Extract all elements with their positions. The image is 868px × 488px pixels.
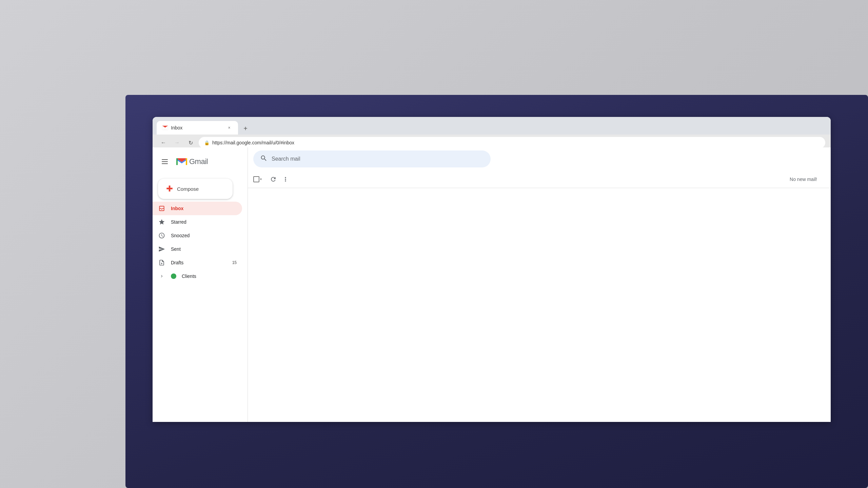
new-tab-button[interactable]: + <box>239 122 252 135</box>
compose-label: Compose <box>177 186 199 192</box>
starred-label: Starred <box>171 219 186 225</box>
tab-title: Inbox <box>171 125 223 130</box>
tab-favicon <box>162 125 168 131</box>
clients-expand-icon <box>158 272 165 280</box>
active-tab[interactable]: Inbox × <box>157 121 238 135</box>
back-button[interactable]: ← <box>158 137 169 148</box>
hamburger-icon <box>162 159 168 164</box>
gmail-logo: Gmail <box>176 157 208 166</box>
tab-close-button[interactable]: × <box>226 124 233 131</box>
compose-plus-icon: ✚ <box>166 184 173 194</box>
compose-area: ✚ Compose <box>153 173 248 202</box>
clock-icon <box>158 232 165 239</box>
refresh-mail-button[interactable] <box>267 173 279 185</box>
forward-button[interactable]: → <box>172 137 182 148</box>
inbox-content-area <box>248 188 831 422</box>
star-icon <box>158 218 165 226</box>
drafts-label: Drafts <box>171 260 183 265</box>
gmail-app: Gmail ✚ Compose <box>153 147 831 422</box>
refresh-button[interactable]: ↻ <box>185 137 196 148</box>
inbox-label: Inbox <box>171 206 183 211</box>
gmail-sidebar: Gmail ✚ Compose <box>153 147 248 422</box>
select-all-checkbox[interactable] <box>253 176 259 182</box>
no-new-mail-text: No new mail! <box>790 177 825 182</box>
gmail-header: Gmail <box>153 150 248 173</box>
inbox-icon <box>158 205 165 212</box>
sidebar-item-clients[interactable]: Clients <box>153 269 242 283</box>
gmail-text: Gmail <box>189 157 208 166</box>
gmail-toolbar: ▾ No new mail! <box>248 170 831 188</box>
sidebar-item-sent[interactable]: Sent <box>153 242 242 256</box>
url-text: https://mail.google.com/mail/u/0/#inbox <box>212 140 294 145</box>
main-header: Search mail <box>248 147 831 170</box>
gmail-m-icon <box>176 157 188 166</box>
browser-window: Inbox × + ← → ↻ 🔒 https://mail.google <box>153 117 831 422</box>
browser-chrome: Inbox × + ← → ↻ 🔒 https://mail.google <box>153 117 831 147</box>
hamburger-menu-button[interactable] <box>158 155 172 168</box>
svg-rect-1 <box>176 158 178 165</box>
select-chevron-icon[interactable]: ▾ <box>260 177 262 181</box>
tab-bar: Inbox × + <box>153 117 831 135</box>
search-box[interactable]: Search mail <box>253 150 491 167</box>
drafts-badge: 15 <box>232 260 237 265</box>
lock-icon: 🔒 <box>204 140 210 145</box>
snoozed-label: Snoozed <box>171 233 190 238</box>
search-placeholder-text: Search mail <box>272 156 300 162</box>
more-options-button[interactable] <box>279 173 292 185</box>
sidebar-item-starred[interactable]: Starred <box>153 215 242 229</box>
sidebar-nav: Inbox Starred <box>153 202 248 283</box>
send-icon <box>158 245 165 253</box>
desktop: Inbox × + ← → ↻ 🔒 https://mail.google <box>0 0 868 488</box>
draft-icon <box>158 259 165 266</box>
sidebar-item-drafts[interactable]: Drafts 15 <box>153 256 242 269</box>
address-bar[interactable]: 🔒 https://mail.google.com/mail/u/0/#inbo… <box>199 137 825 148</box>
sent-label: Sent <box>171 246 181 252</box>
clients-label: Clients <box>182 273 196 279</box>
select-checkbox-group[interactable]: ▾ <box>253 176 262 182</box>
svg-rect-2 <box>186 158 187 165</box>
sidebar-item-snoozed[interactable]: Snoozed <box>153 229 242 242</box>
sidebar-item-inbox[interactable]: Inbox <box>153 202 242 215</box>
gmail-main: Search mail ▾ <box>248 147 831 422</box>
search-icon <box>260 155 268 164</box>
clients-color-dot <box>171 273 176 279</box>
compose-button[interactable]: ✚ Compose <box>158 179 233 199</box>
